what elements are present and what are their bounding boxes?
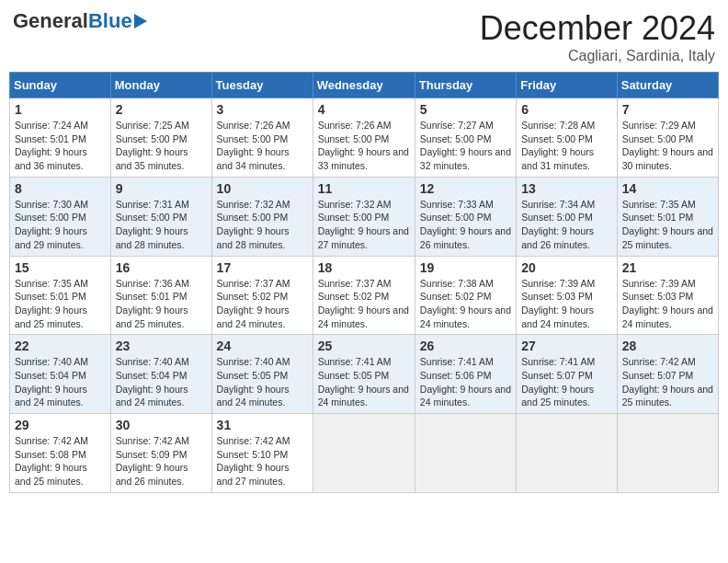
day-info: Sunrise: 7:26 AM Sunset: 5:00 PM Dayligh…: [318, 119, 410, 173]
day-info: Sunrise: 7:30 AM Sunset: 5:00 PM Dayligh…: [15, 198, 106, 252]
table-row: 16 Sunrise: 7:36 AM Sunset: 5:01 PM Dayl…: [110, 256, 211, 335]
col-thursday: Thursday: [415, 73, 516, 98]
table-row: [415, 414, 516, 493]
day-number: 27: [521, 339, 612, 353]
day-number: 24: [217, 339, 308, 353]
day-info: Sunrise: 7:28 AM Sunset: 5:00 PM Dayligh…: [521, 119, 612, 173]
table-row: 5 Sunrise: 7:27 AM Sunset: 5:00 PM Dayli…: [415, 98, 516, 178]
day-number: 29: [15, 418, 106, 432]
day-info: Sunrise: 7:35 AM Sunset: 5:01 PM Dayligh…: [15, 277, 106, 331]
day-number: 18: [318, 260, 410, 275]
table-row: 4 Sunrise: 7:26 AM Sunset: 5:00 PM Dayli…: [313, 98, 415, 178]
calendar-week-row: 15 Sunrise: 7:35 AM Sunset: 5:01 PM Dayl…: [10, 256, 719, 335]
calendar-header-row: Sunday Monday Tuesday Wednesday Thursday…: [10, 73, 719, 98]
table-row: 2 Sunrise: 7:25 AM Sunset: 5:00 PM Dayli…: [110, 98, 211, 178]
table-row: 6 Sunrise: 7:28 AM Sunset: 5:00 PM Dayli…: [517, 98, 618, 178]
table-row: 14 Sunrise: 7:35 AM Sunset: 5:01 PM Dayl…: [617, 177, 718, 256]
table-row: 12 Sunrise: 7:33 AM Sunset: 5:00 PM Dayl…: [415, 177, 516, 256]
table-row: 15 Sunrise: 7:35 AM Sunset: 5:01 PM Dayl…: [10, 256, 111, 335]
day-number: 5: [420, 102, 511, 117]
table-row: [313, 414, 415, 493]
title-section: December 2024 Cagliari, Sardinia, Italy: [480, 9, 715, 64]
day-number: 15: [15, 260, 106, 275]
day-info: Sunrise: 7:31 AM Sunset: 5:00 PM Dayligh…: [116, 198, 207, 252]
day-info: Sunrise: 7:36 AM Sunset: 5:01 PM Dayligh…: [116, 277, 207, 331]
day-number: 20: [521, 260, 612, 275]
day-info: Sunrise: 7:39 AM Sunset: 5:03 PM Dayligh…: [521, 277, 612, 331]
day-number: 10: [217, 181, 308, 196]
day-number: 9: [116, 181, 207, 196]
day-info: Sunrise: 7:42 AM Sunset: 5:10 PM Dayligh…: [217, 434, 308, 488]
table-row: 3 Sunrise: 7:26 AM Sunset: 5:00 PM Dayli…: [211, 98, 313, 178]
calendar-week-row: 8 Sunrise: 7:30 AM Sunset: 5:00 PM Dayli…: [10, 177, 719, 256]
day-info: Sunrise: 7:39 AM Sunset: 5:03 PM Dayligh…: [622, 277, 713, 331]
table-row: [617, 414, 718, 493]
table-row: 28 Sunrise: 7:42 AM Sunset: 5:07 PM Dayl…: [617, 335, 718, 414]
day-number: 30: [116, 418, 207, 432]
day-info: Sunrise: 7:42 AM Sunset: 5:08 PM Dayligh…: [15, 434, 106, 488]
day-number: 11: [318, 181, 410, 196]
col-saturday: Saturday: [617, 73, 718, 98]
day-info: Sunrise: 7:42 AM Sunset: 5:07 PM Dayligh…: [622, 355, 713, 409]
table-row: 27 Sunrise: 7:41 AM Sunset: 5:07 PM Dayl…: [517, 335, 618, 414]
table-row: 17 Sunrise: 7:37 AM Sunset: 5:02 PM Dayl…: [211, 256, 313, 335]
table-row: 21 Sunrise: 7:39 AM Sunset: 5:03 PM Dayl…: [617, 256, 718, 335]
table-row: 1 Sunrise: 7:24 AM Sunset: 5:01 PM Dayli…: [10, 98, 111, 178]
day-number: 25: [318, 339, 410, 353]
col-monday: Monday: [110, 73, 211, 98]
day-info: Sunrise: 7:40 AM Sunset: 5:05 PM Dayligh…: [217, 355, 308, 409]
logo: GeneralBlue: [13, 9, 147, 33]
logo-arrow-icon: [134, 14, 147, 29]
table-row: 24 Sunrise: 7:40 AM Sunset: 5:05 PM Dayl…: [211, 335, 313, 414]
day-info: Sunrise: 7:26 AM Sunset: 5:00 PM Dayligh…: [217, 119, 308, 173]
page-header: GeneralBlue December 2024 Cagliari, Sard…: [9, 9, 719, 64]
day-number: 14: [622, 181, 713, 196]
table-row: 25 Sunrise: 7:41 AM Sunset: 5:05 PM Dayl…: [313, 335, 415, 414]
day-info: Sunrise: 7:42 AM Sunset: 5:09 PM Dayligh…: [116, 434, 207, 488]
day-number: 12: [420, 181, 511, 196]
col-friday: Friday: [517, 73, 618, 98]
calendar-week-row: 29 Sunrise: 7:42 AM Sunset: 5:08 PM Dayl…: [10, 414, 719, 493]
day-info: Sunrise: 7:32 AM Sunset: 5:00 PM Dayligh…: [217, 198, 308, 252]
table-row: 11 Sunrise: 7:32 AM Sunset: 5:00 PM Dayl…: [313, 177, 415, 256]
table-row: 7 Sunrise: 7:29 AM Sunset: 5:00 PM Dayli…: [617, 98, 718, 178]
calendar-week-row: 1 Sunrise: 7:24 AM Sunset: 5:01 PM Dayli…: [10, 98, 719, 178]
day-info: Sunrise: 7:33 AM Sunset: 5:00 PM Dayligh…: [420, 198, 511, 252]
day-info: Sunrise: 7:24 AM Sunset: 5:01 PM Dayligh…: [15, 119, 106, 173]
table-row: 29 Sunrise: 7:42 AM Sunset: 5:08 PM Dayl…: [10, 414, 111, 493]
day-info: Sunrise: 7:37 AM Sunset: 5:02 PM Dayligh…: [217, 277, 308, 331]
logo-general-text: General: [13, 9, 88, 33]
col-sunday: Sunday: [10, 73, 111, 98]
day-info: Sunrise: 7:29 AM Sunset: 5:00 PM Dayligh…: [622, 119, 713, 173]
day-info: Sunrise: 7:40 AM Sunset: 5:04 PM Dayligh…: [116, 355, 207, 409]
table-row: [517, 414, 618, 493]
day-number: 4: [318, 102, 410, 117]
day-info: Sunrise: 7:40 AM Sunset: 5:04 PM Dayligh…: [15, 355, 106, 409]
day-number: 31: [217, 418, 308, 432]
day-info: Sunrise: 7:41 AM Sunset: 5:07 PM Dayligh…: [521, 355, 612, 409]
calendar-table: Sunday Monday Tuesday Wednesday Thursday…: [9, 72, 719, 493]
day-number: 8: [15, 181, 106, 196]
table-row: 8 Sunrise: 7:30 AM Sunset: 5:00 PM Dayli…: [10, 177, 111, 256]
col-wednesday: Wednesday: [313, 73, 415, 98]
table-row: 23 Sunrise: 7:40 AM Sunset: 5:04 PM Dayl…: [110, 335, 211, 414]
day-info: Sunrise: 7:41 AM Sunset: 5:06 PM Dayligh…: [420, 355, 511, 409]
day-info: Sunrise: 7:35 AM Sunset: 5:01 PM Dayligh…: [622, 198, 713, 252]
day-number: 26: [420, 339, 511, 353]
day-number: 21: [622, 260, 713, 275]
table-row: 26 Sunrise: 7:41 AM Sunset: 5:06 PM Dayl…: [415, 335, 516, 414]
table-row: 30 Sunrise: 7:42 AM Sunset: 5:09 PM Dayl…: [110, 414, 211, 493]
day-info: Sunrise: 7:34 AM Sunset: 5:00 PM Dayligh…: [521, 198, 612, 252]
day-number: 28: [622, 339, 713, 353]
logo-blue-text: Blue: [88, 9, 132, 33]
day-info: Sunrise: 7:41 AM Sunset: 5:05 PM Dayligh…: [318, 355, 410, 409]
table-row: 9 Sunrise: 7:31 AM Sunset: 5:00 PM Dayli…: [110, 177, 211, 256]
table-row: 19 Sunrise: 7:38 AM Sunset: 5:02 PM Dayl…: [415, 256, 516, 335]
day-number: 23: [116, 339, 207, 353]
day-number: 3: [217, 102, 308, 117]
table-row: 31 Sunrise: 7:42 AM Sunset: 5:10 PM Dayl…: [211, 414, 313, 493]
table-row: 20 Sunrise: 7:39 AM Sunset: 5:03 PM Dayl…: [517, 256, 618, 335]
table-row: 10 Sunrise: 7:32 AM Sunset: 5:00 PM Dayl…: [211, 177, 313, 256]
calendar-week-row: 22 Sunrise: 7:40 AM Sunset: 5:04 PM Dayl…: [10, 335, 719, 414]
location-text: Cagliari, Sardinia, Italy: [480, 48, 715, 64]
